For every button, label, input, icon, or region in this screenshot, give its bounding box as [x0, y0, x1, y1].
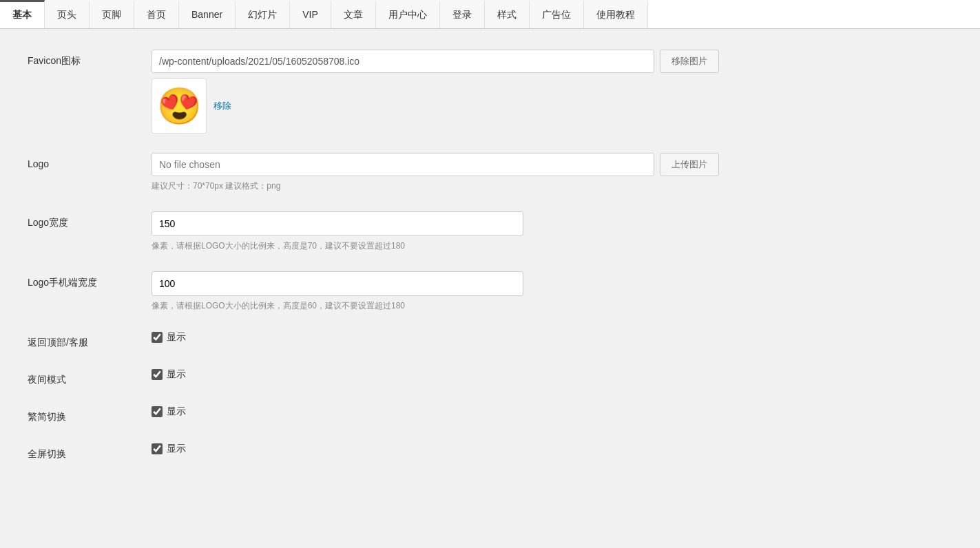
logo-width-row: Logo宽度 像素，请根据LOGO大小的比例来，高度是70，建议不要设置超过18… — [28, 211, 952, 252]
trad-simp-control: 显示 — [152, 405, 952, 418]
back-to-top-label: 返回顶部/客服 — [28, 331, 152, 349]
favicon-label: Favicon图标 — [28, 50, 152, 67]
logo-width-label: Logo宽度 — [28, 211, 152, 229]
logo-mobile-width-control: 像素，请根据LOGO大小的比例来，高度是60，建议不要设置超过180 — [152, 271, 952, 312]
fullscreen-checkbox[interactable] — [152, 443, 163, 454]
trad-simp-checkbox[interactable] — [152, 406, 163, 417]
logo-width-input[interactable] — [152, 211, 523, 236]
tab-basic[interactable]: 基本 — [0, 0, 45, 28]
logo-row: Logo 上传图片 建议尺寸：70*70px 建议格式：png — [28, 153, 952, 192]
favicon-preview-area: 😍 移除 — [152, 78, 952, 134]
tab-header[interactable]: 页头 — [45, 0, 90, 28]
tab-banner[interactable]: Banner — [179, 0, 236, 28]
logo-hint: 建议尺寸：70*70px 建议格式：png — [152, 180, 952, 192]
logo-width-hint: 像素，请根据LOGO大小的比例来，高度是70，建议不要设置超过180 — [152, 240, 952, 252]
main-content: Favicon图标 移除图片 😍 移除 Logo 上传图片 建议尺寸：70*70… — [0, 29, 980, 547]
tab-login[interactable]: 登录 — [440, 0, 485, 28]
logo-upload-btn[interactable]: 上传图片 — [660, 153, 719, 176]
tab-adslot[interactable]: 广告位 — [530, 0, 584, 28]
logo-control: 上传图片 建议尺寸：70*70px 建议格式：png — [152, 153, 952, 192]
night-mode-control: 显示 — [152, 368, 952, 381]
night-mode-checkbox-label: 显示 — [167, 368, 186, 381]
favicon-remove-btn[interactable]: 移除图片 — [660, 50, 719, 73]
fullscreen-control: 显示 — [152, 443, 952, 455]
favicon-image-wrapper: 😍 — [152, 78, 207, 134]
trad-simp-checkbox-row: 显示 — [152, 405, 952, 418]
tab-navigation: 基本 页头 页脚 首页 Banner 幻灯片 VIP 文章 用户中心 登录 样式… — [0, 0, 980, 29]
favicon-input[interactable] — [152, 50, 654, 73]
fullscreen-label: 全屏切换 — [28, 443, 152, 461]
logo-mobile-width-hint: 像素，请根据LOGO大小的比例来，高度是60，建议不要设置超过180 — [152, 300, 952, 312]
trad-simp-row: 繁简切换 显示 — [28, 405, 952, 423]
back-to-top-checkbox-row: 显示 — [152, 331, 952, 344]
favicon-input-group: 移除图片 — [152, 50, 952, 73]
tab-article[interactable]: 文章 — [331, 0, 376, 28]
tab-style[interactable]: 样式 — [485, 0, 530, 28]
night-mode-checkbox-row: 显示 — [152, 368, 952, 381]
logo-file-input[interactable] — [152, 153, 654, 176]
back-to-top-checkbox-label: 显示 — [167, 331, 186, 344]
logo-width-control: 像素，请根据LOGO大小的比例来，高度是70，建议不要设置超过180 — [152, 211, 952, 252]
tab-tutorial[interactable]: 使用教程 — [584, 0, 648, 28]
tab-home[interactable]: 首页 — [134, 0, 179, 28]
night-mode-label: 夜间模式 — [28, 368, 152, 386]
logo-mobile-width-label: Logo手机端宽度 — [28, 271, 152, 289]
logo-mobile-width-row: Logo手机端宽度 像素，请根据LOGO大小的比例来，高度是60，建议不要设置超… — [28, 271, 952, 312]
logo-mobile-width-input[interactable] — [152, 271, 523, 296]
fullscreen-checkbox-row: 显示 — [152, 443, 952, 455]
favicon-remove-link[interactable]: 移除 — [213, 100, 231, 112]
back-to-top-checkbox[interactable] — [152, 332, 163, 343]
logo-file-group: 上传图片 — [152, 153, 952, 176]
tab-usercenter[interactable]: 用户中心 — [376, 0, 440, 28]
favicon-control: 移除图片 😍 移除 — [152, 50, 952, 134]
trad-simp-checkbox-label: 显示 — [167, 405, 186, 418]
trad-simp-label: 繁简切换 — [28, 405, 152, 423]
back-to-top-control: 显示 — [152, 331, 952, 344]
night-mode-checkbox[interactable] — [152, 369, 163, 380]
favicon-emoji-preview: 😍 — [157, 88, 202, 124]
logo-label: Logo — [28, 153, 152, 169]
favicon-row: Favicon图标 移除图片 😍 移除 — [28, 50, 952, 134]
tab-vip[interactable]: VIP — [290, 0, 331, 28]
fullscreen-checkbox-label: 显示 — [167, 443, 186, 455]
night-mode-row: 夜间模式 显示 — [28, 368, 952, 386]
tab-footer[interactable]: 页脚 — [90, 0, 134, 28]
back-to-top-row: 返回顶部/客服 显示 — [28, 331, 952, 349]
tab-slideshow[interactable]: 幻灯片 — [236, 0, 290, 28]
fullscreen-row: 全屏切换 显示 — [28, 443, 952, 461]
